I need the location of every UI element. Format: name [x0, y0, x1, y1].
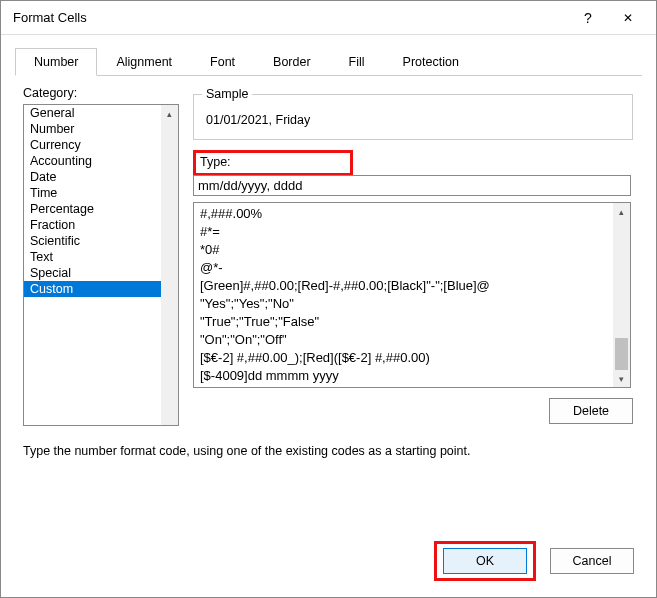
- tab-fill[interactable]: Fill: [330, 48, 384, 76]
- cancel-button[interactable]: Cancel: [550, 548, 634, 574]
- list-item[interactable]: General: [24, 105, 161, 121]
- scroll-thumb[interactable]: [615, 338, 628, 370]
- sample-value: 01/01/2021, Friday: [204, 111, 622, 129]
- scroll-down-icon[interactable]: ▾: [613, 370, 630, 387]
- listbox-scrollbar[interactable]: ▴: [161, 105, 178, 425]
- list-item[interactable]: Date: [24, 169, 161, 185]
- dialog-footer: OK Cancel: [434, 541, 634, 581]
- category-listbox[interactable]: GeneralNumberCurrencyAccountingDateTimeP…: [23, 104, 179, 426]
- tab-font[interactable]: Font: [191, 48, 254, 76]
- ok-button[interactable]: OK: [443, 548, 527, 574]
- tab-number[interactable]: Number: [15, 48, 97, 76]
- close-button[interactable]: ✕: [608, 3, 648, 33]
- list-item[interactable]: Number: [24, 121, 161, 137]
- format-scrollbar[interactable]: ▴ ▾: [613, 203, 630, 387]
- delete-button[interactable]: Delete: [549, 398, 633, 424]
- hint-text: Type the number format code, using one o…: [23, 426, 634, 458]
- list-item[interactable]: Currency: [24, 137, 161, 153]
- scroll-up-icon[interactable]: ▴: [161, 105, 178, 122]
- help-button[interactable]: ?: [568, 3, 608, 33]
- list-item[interactable]: Scientific: [24, 233, 161, 249]
- content-area: Category: GeneralNumberCurrencyAccountin…: [1, 76, 656, 458]
- scroll-up-icon[interactable]: ▴: [613, 203, 630, 220]
- window-title: Format Cells: [13, 10, 568, 25]
- tab-alignment[interactable]: Alignment: [97, 48, 191, 76]
- category-label: Category:: [23, 86, 179, 100]
- list-item[interactable]: Fraction: [24, 217, 161, 233]
- list-item[interactable]: Percentage: [24, 201, 161, 217]
- sample-legend: Sample: [202, 87, 252, 101]
- list-item[interactable]: Accounting: [24, 153, 161, 169]
- type-label: Type:: [200, 155, 346, 169]
- ok-highlight: OK: [434, 541, 536, 581]
- tabs-container: NumberAlignmentFontBorderFillProtection: [1, 35, 656, 76]
- tab-protection[interactable]: Protection: [384, 48, 478, 76]
- tab-border[interactable]: Border: [254, 48, 330, 76]
- titlebar: Format Cells ? ✕: [1, 1, 656, 35]
- format-code-listbox[interactable]: #,###.00% #*= *0# @*- [Green]#,##0.00;[R…: [193, 202, 631, 388]
- list-item[interactable]: Special: [24, 265, 161, 281]
- list-item[interactable]: Custom: [24, 281, 161, 297]
- list-item[interactable]: Time: [24, 185, 161, 201]
- sample-box: Sample 01/01/2021, Friday: [193, 94, 633, 140]
- list-item[interactable]: Text: [24, 249, 161, 265]
- type-input[interactable]: [193, 175, 631, 196]
- type-highlight: Type:: [193, 150, 353, 176]
